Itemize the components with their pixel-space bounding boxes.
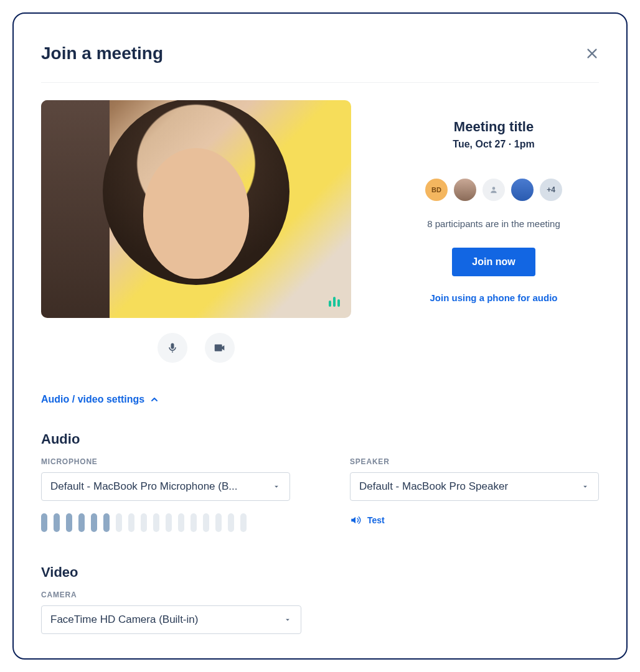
meeting-title: Meeting title (454, 119, 534, 135)
microphone-label: MICROPHONE (41, 457, 290, 466)
speaker-select[interactable]: Default - MacBook Pro Speaker (350, 472, 599, 501)
preview-column (41, 100, 351, 363)
speaker-value: Default - MacBook Pro Speaker (359, 480, 508, 493)
chevron-down-icon (272, 482, 281, 491)
avatar[interactable] (454, 179, 476, 201)
video-section-title: Video (41, 564, 599, 581)
camera-value: FaceTime HD Camera (Built-in) (50, 614, 198, 626)
avatar-overflow[interactable]: +4 (540, 179, 562, 201)
av-settings-label: Audio / video settings (41, 394, 144, 405)
chevron-down-icon (283, 615, 292, 624)
meeting-datetime: Tue, Oct 27 · 1pm (453, 139, 534, 150)
microphone-select[interactable]: Default - MacBook Pro Microphone (B... (41, 472, 290, 501)
participants-count: 8 participants are in the meeting (427, 218, 560, 229)
microphone-icon (166, 342, 179, 354)
camera-icon (213, 341, 227, 355)
participant-avatars: BD +4 (425, 179, 562, 201)
video-preview (41, 100, 351, 318)
avatar[interactable] (482, 179, 505, 201)
microphone-value: Default - MacBook Pro Microphone (B... (50, 480, 237, 493)
mic-level-meter (41, 513, 290, 532)
svg-point-2 (492, 187, 496, 190)
modal-title: Join a meeting (41, 44, 163, 63)
av-settings-toggle[interactable]: Audio / video settings (41, 394, 599, 405)
test-speaker-button[interactable]: Test (350, 515, 599, 526)
join-by-phone-link[interactable]: Join using a phone for audio (430, 292, 558, 303)
test-speaker-label: Test (367, 515, 385, 525)
join-now-button[interactable]: Join now (452, 248, 535, 276)
modal-header: Join a meeting (41, 44, 599, 83)
person-icon (489, 185, 498, 194)
sound-icon (350, 515, 361, 526)
speaker-label: SPEAKER (350, 457, 599, 466)
audio-section-title: Audio (41, 431, 599, 447)
chevron-down-icon (581, 482, 590, 491)
avatar[interactable] (511, 179, 534, 201)
mute-mic-button[interactable] (158, 333, 187, 363)
camera-select[interactable]: FaceTime HD Camera (Built-in) (41, 605, 301, 634)
audio-level-icon (329, 297, 340, 307)
join-meeting-modal: Join a meeting (12, 12, 628, 660)
toggle-camera-button[interactable] (205, 333, 235, 363)
chevron-up-icon (149, 394, 159, 404)
meeting-info: Meeting title Tue, Oct 27 · 1pm BD +4 8 … (388, 100, 599, 363)
close-icon[interactable] (585, 47, 599, 60)
camera-label: CAMERA (41, 590, 301, 599)
avatar[interactable]: BD (425, 179, 448, 201)
